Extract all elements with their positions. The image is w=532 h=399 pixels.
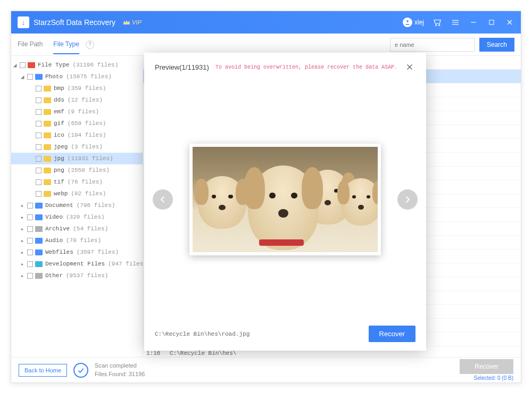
- preview-body: [155, 78, 415, 320]
- checkbox[interactable]: [36, 168, 41, 173]
- checkbox[interactable]: [27, 226, 33, 232]
- tree-leaf-ico[interactable]: ico (194 files): [11, 129, 143, 141]
- tree-label: png: [54, 167, 64, 173]
- preview-footer: C:\Recycle Bin\hes\road.jpg Recover: [155, 326, 415, 342]
- preview-warning: To avoid being overwritten, please recov…: [209, 64, 404, 70]
- preview-next-button[interactable]: [397, 189, 418, 210]
- tree-label: Photo: [45, 73, 63, 80]
- scan-complete-icon: [73, 363, 88, 378]
- app-title: StarzSoft Data Recovery: [34, 18, 115, 27]
- tree-label: bmp: [54, 85, 64, 92]
- collapse-icon[interactable]: ◢: [12, 62, 18, 69]
- checkbox[interactable]: [27, 273, 33, 279]
- cart-icon[interactable]: [433, 18, 442, 27]
- tree-count: (659 files): [68, 120, 106, 127]
- tree-count: (11931 files): [68, 155, 113, 162]
- back-to-home-button[interactable]: Back to Home: [19, 364, 67, 377]
- tree-leaf-emf[interactable]: emf (9 files): [11, 106, 143, 118]
- tree-label: Document: [45, 202, 73, 209]
- user-account[interactable]: xlej: [403, 18, 424, 27]
- checkbox[interactable]: [36, 179, 41, 185]
- checkbox[interactable]: [36, 191, 41, 197]
- menu-icon[interactable]: [451, 18, 460, 27]
- tree-count: (359 files): [68, 85, 106, 92]
- tree-root[interactable]: ◢ File Type (31196 files): [11, 59, 143, 71]
- help-icon[interactable]: ?: [86, 40, 94, 49]
- tree-node-photo[interactable]: ◢ Photo (15875 files): [11, 71, 143, 82]
- checkbox[interactable]: [36, 132, 41, 138]
- expand-icon[interactable]: ▸: [20, 202, 25, 209]
- tree-label: emf: [54, 109, 64, 115]
- checkbox[interactable]: [27, 238, 33, 244]
- tab-file-path[interactable]: File Path: [18, 35, 43, 54]
- folder-icon: [35, 261, 43, 267]
- folder-icon: [44, 132, 51, 138]
- tree-node-other[interactable]: ▸ Other (9537 files): [11, 270, 143, 281]
- checkbox[interactable]: [27, 214, 33, 220]
- expand-icon[interactable]: ▸: [20, 261, 25, 268]
- checkbox[interactable]: [27, 74, 33, 80]
- recover-button-main[interactable]: Recover: [460, 359, 513, 374]
- checkbox[interactable]: [27, 250, 33, 255]
- tree-label: Development Files: [45, 261, 105, 267]
- search-input[interactable]: [390, 38, 475, 52]
- tree-node-archive[interactable]: ▸ Archive (54 files): [11, 223, 143, 235]
- scan-info: Scan completed Files Found: 31196: [95, 362, 145, 378]
- tab-file-type[interactable]: File Type: [53, 35, 79, 54]
- preview-prev-button[interactable]: [153, 189, 173, 210]
- selected-count: Selected: 0 (0 B): [460, 375, 513, 381]
- tree-count: (76 files): [68, 179, 103, 185]
- expand-icon[interactable]: ▸: [20, 237, 25, 244]
- checkbox[interactable]: [36, 156, 41, 162]
- tree-leaf-gif[interactable]: gif (659 files): [11, 118, 143, 129]
- close-button[interactable]: [505, 18, 514, 27]
- tree-leaf-png[interactable]: png (2550 files): [11, 164, 143, 176]
- tree-leaf-bmp[interactable]: bmp (359 files): [11, 82, 143, 94]
- folder-icon: [35, 203, 43, 209]
- tree-node-document[interactable]: ▸ Document (796 files): [11, 200, 143, 211]
- expand-icon[interactable]: ▸: [20, 249, 25, 256]
- tree-node-video[interactable]: ▸ Video (320 files): [11, 211, 143, 223]
- search-button[interactable]: Search: [479, 38, 514, 52]
- folder-icon: [44, 168, 51, 173]
- tree-leaf-dds[interactable]: dds (12 files): [11, 94, 143, 106]
- preview-header: Preview(1/11931) To avoid being overwrit…: [155, 61, 415, 73]
- tree-node-audio[interactable]: ▸ Audio (70 files): [11, 235, 143, 246]
- file-type-tree[interactable]: ◢ File Type (31196 files) ◢ Photo (15875…: [11, 56, 143, 357]
- tree-leaf-webp[interactable]: webp (82 files): [11, 188, 143, 200]
- preview-close-button[interactable]: [404, 61, 415, 73]
- maximize-button[interactable]: [487, 18, 496, 27]
- folder-icon: [35, 214, 43, 220]
- checkbox[interactable]: [36, 144, 41, 150]
- checkbox[interactable]: [36, 109, 41, 115]
- checkbox[interactable]: [27, 261, 33, 267]
- preview-recover-button[interactable]: Recover: [369, 326, 415, 342]
- checkbox[interactable]: [36, 121, 41, 127]
- result-time: 1:16: [146, 350, 165, 356]
- tree-node-development-files[interactable]: ▸ Development Files (947 files): [11, 258, 143, 270]
- expand-icon[interactable]: ▸: [20, 226, 25, 232]
- svg-point-2: [439, 24, 440, 26]
- result-path: C:\Recycle Bin\hes\: [170, 350, 236, 356]
- tree-node-webfiles[interactable]: ▸ Webfiles (3597 files): [11, 246, 143, 258]
- minimize-button[interactable]: [469, 18, 478, 27]
- vip-badge[interactable]: VIP: [123, 19, 142, 26]
- app-logo-icon: ↓: [18, 16, 29, 28]
- tree-label: jpg: [54, 155, 64, 162]
- tree-leaf-jpeg[interactable]: jpeg (3 files): [11, 141, 143, 153]
- checkbox[interactable]: [27, 203, 33, 209]
- expand-icon[interactable]: ▸: [20, 214, 25, 221]
- tree-leaf-tif[interactable]: tif (76 files): [11, 176, 143, 188]
- titlebar: ↓ StarzSoft Data Recovery VIP xlej: [11, 11, 521, 34]
- collapse-icon[interactable]: ◢: [20, 73, 25, 80]
- tree-leaf-jpg[interactable]: jpg (11931 files): [11, 153, 143, 164]
- folder-icon: [44, 191, 51, 197]
- expand-icon[interactable]: ▸: [20, 272, 25, 279]
- checkbox[interactable]: [20, 62, 26, 68]
- checkbox[interactable]: [36, 97, 41, 103]
- tree-label: Video: [45, 214, 63, 220]
- tree-count: (194 files): [68, 132, 106, 138]
- folder-icon: [44, 109, 51, 115]
- preview-image[interactable]: [189, 144, 381, 255]
- checkbox[interactable]: [36, 86, 41, 92]
